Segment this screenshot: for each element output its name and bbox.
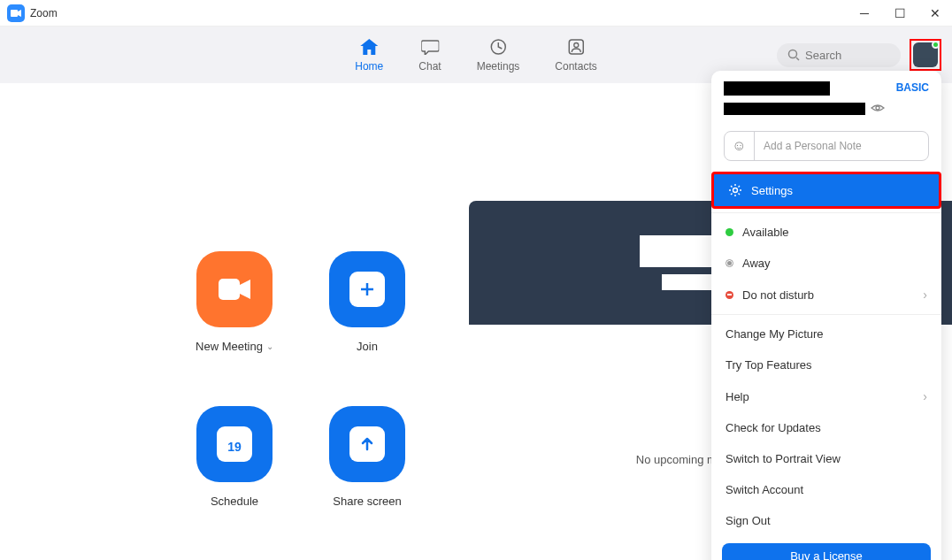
account-badge: BASIC (896, 81, 929, 94)
chat-icon (421, 37, 439, 57)
profile-avatar[interactable] (913, 42, 938, 67)
chevron-down-icon[interactable]: ⌄ (266, 341, 273, 351)
share-screen-button[interactable] (329, 406, 405, 482)
nav-contacts-label: Contacts (555, 60, 596, 73)
home-icon (359, 37, 379, 57)
status-away-label: Away (742, 257, 771, 270)
status-available-icon (726, 228, 733, 236)
minimize-button[interactable]: ─ (855, 6, 874, 20)
window-title: Zoom (30, 7, 58, 19)
plus-icon (349, 272, 385, 307)
gear-icon (728, 183, 742, 197)
share-screen-label: Share screen (333, 495, 401, 508)
status-dnd-label: Do not disturb (742, 288, 814, 302)
menu-settings[interactable]: Settings (711, 172, 941, 209)
menu-change-picture[interactable]: Change My Picture (711, 318, 941, 349)
redacted-email (724, 103, 865, 115)
window-controls: ─ ☐ ✕ (855, 6, 945, 20)
profile-menu: BASIC ☺ Add a Personal Note Settings Ava… (711, 71, 941, 560)
status-dot-icon (932, 41, 940, 49)
menu-status-away[interactable]: Away (711, 248, 941, 279)
svg-text:19: 19 (227, 440, 242, 454)
nav-chat-label: Chat (418, 60, 441, 73)
video-icon (217, 277, 252, 302)
svg-point-3 (574, 43, 579, 48)
chevron-right-icon: › (923, 389, 927, 403)
chevron-right-icon: › (923, 288, 927, 302)
emoji-icon[interactable]: ☺ (725, 132, 755, 160)
nav-home-label: Home (355, 60, 383, 73)
nav-meetings-label: Meetings (477, 60, 520, 73)
menu-switch-account[interactable]: Switch Account (711, 474, 941, 505)
clock-icon (489, 37, 507, 57)
menu-settings-label: Settings (751, 184, 793, 197)
status-available-label: Available (742, 226, 789, 239)
svg-point-13 (876, 106, 879, 110)
titlebar: Zoom ─ ☐ ✕ (0, 0, 952, 27)
divider (711, 314, 941, 315)
zoom-logo-icon (7, 4, 25, 22)
svg-point-4 (789, 50, 797, 58)
buy-license-button[interactable]: Buy a License (722, 543, 931, 560)
calendar-icon: 19 (217, 426, 252, 462)
menu-status-dnd[interactable]: Do not disturb › (711, 279, 941, 311)
menu-portrait-view[interactable]: Switch to Portrait View (711, 443, 941, 474)
svg-rect-10 (226, 430, 229, 437)
share-icon (349, 426, 385, 462)
search-input[interactable]: Search (777, 43, 901, 67)
svg-line-5 (796, 58, 799, 60)
close-button[interactable]: ✕ (925, 6, 945, 20)
new-meeting-label: New Meeting (196, 340, 263, 353)
join-label: Join (357, 340, 378, 353)
nav-meetings[interactable]: Meetings (477, 37, 520, 73)
svg-point-14 (733, 188, 738, 193)
eye-icon[interactable] (871, 101, 885, 117)
menu-try-features[interactable]: Try Top Features (711, 349, 941, 380)
menu-check-updates[interactable]: Check for Updates (711, 412, 941, 443)
search-icon (787, 49, 800, 61)
personal-note-input[interactable]: ☺ Add a Personal Note (724, 131, 929, 161)
actions-panel: New Meeting ⌄ Join 19 Schedule (0, 83, 469, 560)
schedule-label: Schedule (211, 495, 258, 508)
nav-contacts[interactable]: Contacts (555, 37, 596, 73)
profile-avatar-highlight (910, 39, 941, 71)
menu-help[interactable]: Help › (711, 380, 941, 412)
svg-rect-6 (219, 279, 240, 300)
note-placeholder: Add a Personal Note (755, 132, 928, 160)
nav-home[interactable]: Home (355, 37, 383, 73)
new-meeting-button[interactable] (196, 251, 273, 327)
svg-rect-11 (240, 430, 243, 437)
svg-rect-0 (11, 10, 18, 17)
status-away-icon (726, 259, 733, 267)
redacted-username (724, 81, 830, 96)
search-placeholder: Search (805, 49, 841, 62)
menu-status-available[interactable]: Available (711, 217, 941, 248)
divider (711, 212, 941, 213)
status-dnd-icon (726, 291, 733, 299)
maximize-button[interactable]: ☐ (890, 6, 910, 20)
contacts-icon (567, 37, 585, 57)
nav-chat[interactable]: Chat (418, 37, 441, 73)
join-button[interactable] (329, 251, 405, 327)
schedule-button[interactable]: 19 (196, 406, 273, 482)
menu-sign-out[interactable]: Sign Out (711, 505, 941, 536)
